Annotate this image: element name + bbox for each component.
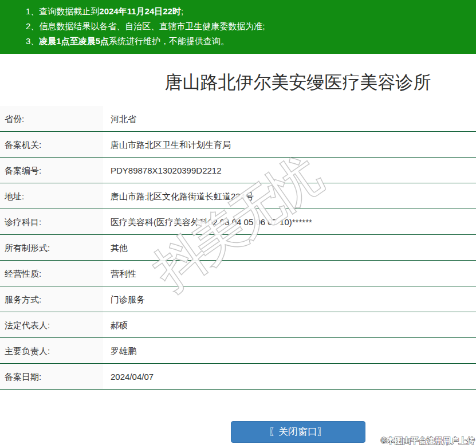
table-row: 备案编号: PDY89878X13020399D2212 [0, 158, 476, 183]
page-title: 唐山路北伊尔美安缦医疗美容诊所 [0, 71, 476, 94]
row-label: 经营性质: [0, 261, 103, 286]
notice-item: 3、凌晨1点至凌晨5点系统进行维护，不能提供查询。 [26, 34, 476, 49]
notice-text: 信息数据结果以各省、自治区、直辖市卫生健康委数据为准; [39, 21, 265, 31]
notice-number: 3、 [26, 36, 39, 46]
table-row: 法定代表人: 郝硕 [0, 312, 476, 338]
row-value: 罗雄鹏 [103, 338, 136, 363]
notice-item: 2、信息数据结果以各省、自治区、直辖市卫生健康委数据为准; [26, 19, 476, 34]
notice-number: 1、 [26, 6, 39, 16]
notice-text: ; [181, 6, 183, 16]
notice-banner: 1、查询数据截止到2024年11月24日22时; 2、信息数据结果以各省、自治区… [0, 0, 476, 54]
row-label: 备案机关: [0, 132, 103, 157]
row-label: 服务方式: [0, 286, 103, 312]
close-window-button[interactable]: 〖关闭窗口〗 [231, 421, 365, 443]
row-label: 诊疗科目: [0, 209, 103, 234]
notice-text: 系统进行维护，不能提供查询。 [109, 36, 229, 46]
notice-item: 1、查询数据截止到2024年11月24日22时; [26, 4, 476, 19]
table-row: 备案日期: 2024/04/07 [0, 364, 476, 390]
table-row: 备案机关: 唐山市路北区卫生和计划生育局 [0, 132, 476, 158]
row-label: 所有制形式: [0, 235, 103, 260]
table-row: 服务方式: 门诊服务 [0, 286, 476, 312]
table-row: 经营性质: 营利性 [0, 261, 476, 286]
table-row: 诊疗科目: 医疗美容科(医疗美容外科02 03 04 05 06 07 10)*… [0, 209, 476, 235]
row-value: PDY89878X13020399D2212 [103, 158, 222, 183]
button-row: 〖关闭窗口〗 [0, 421, 476, 443]
row-label: 主要负责人: [0, 338, 103, 363]
table-row: 主要负责人: 罗雄鹏 [0, 338, 476, 364]
row-label: 地址: [0, 183, 103, 209]
page-container: 1、查询数据截止到2024年11月24日22时; 2、信息数据结果以各省、自治区… [0, 0, 476, 443]
row-value: 郝硕 [103, 312, 128, 337]
row-value: 唐山市路北区文化路街道长虹道224号 [103, 183, 254, 209]
notice-text-bold: 2024年11月24日22时 [99, 6, 181, 16]
row-value: 门诊服务 [103, 286, 145, 312]
table-row: 所有制形式: 其他 [0, 235, 476, 261]
row-label: 备案编号: [0, 158, 103, 183]
table-row: 地址: 唐山市路北区文化路街道长虹道224号 [0, 183, 476, 209]
row-value: 医疗美容科(医疗美容外科02 03 04 05 06 07 10)****** [103, 209, 312, 234]
row-value: 营利性 [103, 261, 136, 286]
row-label: 法定代表人: [0, 312, 103, 337]
row-value: 2024/04/07 [103, 364, 154, 389]
info-table: 省份: 河北省 备案机关: 唐山市路北区卫生和计划生育局 备案编号: PDY89… [0, 106, 476, 390]
table-row: 省份: 河北省 [0, 106, 476, 132]
row-label: 备案日期: [0, 364, 103, 389]
notice-number: 2、 [26, 21, 39, 31]
row-value: 唐山市路北区卫生和计划生育局 [103, 132, 231, 157]
row-value: 其他 [103, 235, 128, 260]
row-label: 省份: [0, 106, 103, 131]
notice-text-bold: 凌晨1点至凌晨5点 [39, 36, 109, 46]
notice-text: 查询数据截止到 [39, 6, 99, 16]
row-value: 河北省 [103, 106, 136, 131]
